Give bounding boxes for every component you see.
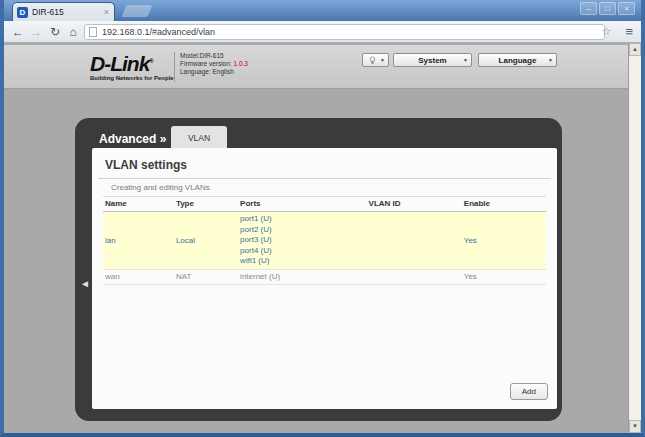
tab-vlan[interactable]: VLAN: [171, 126, 227, 148]
cell-enable: Yes: [462, 269, 546, 285]
lightbulb-icon: [369, 56, 376, 65]
device-header: D-Link® Building Networks for People Mod…: [4, 45, 628, 89]
tab-close-icon[interactable]: ×: [103, 8, 110, 17]
add-button[interactable]: Add: [510, 383, 548, 400]
close-button[interactable]: ×: [618, 2, 635, 15]
system-dropdown-label: System: [418, 56, 446, 65]
minimize-button[interactable]: –: [580, 2, 597, 15]
notifications-dropdown[interactable]: ▼: [362, 53, 389, 67]
scroll-down-icon[interactable]: ▼: [629, 420, 641, 433]
cell-type: NAT: [174, 269, 238, 285]
system-dropdown[interactable]: System ▼: [393, 53, 472, 67]
col-vlan-id: VLAN ID: [367, 197, 462, 212]
hamburger-menu-icon[interactable]: ≡: [625, 24, 633, 39]
divider: [98, 178, 551, 179]
window-controls: – □ ×: [580, 2, 635, 15]
page-title: VLAN settings: [105, 158, 187, 172]
table-header-row: Name Type Ports VLAN ID Enable: [103, 197, 546, 212]
favicon-icon: D: [17, 7, 28, 18]
brand-text: D-Link®: [90, 51, 174, 74]
content-panel: Advanced » VLAN ◄ VLAN settings Creating…: [75, 118, 562, 421]
col-enable: Enable: [462, 197, 546, 212]
language-dropdown[interactable]: Language ▼: [478, 53, 557, 67]
col-ports: Ports: [238, 197, 366, 212]
chevron-down-icon: ▼: [463, 57, 468, 63]
chevron-down-icon: ▼: [548, 57, 553, 63]
language-dropdown-label: Language: [499, 56, 537, 65]
port-link[interactable]: port1 (U): [240, 214, 364, 225]
vlan-settings-panel: VLAN settings Creating and editing VLANs…: [92, 148, 557, 409]
titlebar: D DIR-615 × – □ ×: [0, 0, 645, 21]
firmware-text: Firmware version: 1.0.3: [180, 60, 248, 68]
table-row[interactable]: lanLocalport1 (U)port2 (U)port3 (U)port4…: [103, 212, 546, 270]
col-type: Type: [174, 197, 238, 212]
cell-name[interactable]: lan: [103, 212, 174, 270]
cell-type[interactable]: Local: [174, 212, 238, 270]
model-text: Model:DIR-615: [180, 52, 248, 60]
cell-enable[interactable]: Yes: [462, 212, 546, 270]
brand-tagline: Building Networks for People: [90, 75, 174, 81]
table-row[interactable]: wanNATinternet (U)Yes: [103, 269, 546, 285]
port-link[interactable]: internet (U): [240, 272, 364, 283]
refresh-icon[interactable]: ↻: [47, 24, 63, 40]
page-subtitle: Creating and editing VLANs: [111, 183, 210, 192]
language-text: Language: English: [180, 68, 248, 76]
device-info: Model:DIR-615 Firmware version: 1.0.3 La…: [180, 52, 248, 76]
cell-name: wan: [103, 269, 174, 285]
url-text: 192.168.0.1/#advanced/vlan: [102, 27, 215, 37]
browser-window: D DIR-615 × – □ × ← → ↻ ⌂ 192.168.0.1/#a…: [0, 0, 645, 437]
breadcrumb[interactable]: Advanced »: [99, 132, 166, 146]
firmware-version: 1.0.3: [233, 60, 247, 67]
cell-ports: internet (U): [238, 269, 366, 285]
cell-vlan-id[interactable]: [367, 212, 462, 270]
col-name: Name: [103, 197, 174, 212]
browser-tab[interactable]: D DIR-615 ×: [12, 2, 115, 21]
tab-title: DIR-615: [32, 7, 103, 17]
back-icon[interactable]: ←: [10, 24, 26, 40]
collapse-menu-icon[interactable]: ◄: [80, 278, 90, 289]
scrollbar[interactable]: ▲ ▼: [628, 43, 641, 433]
dlink-logo: D-Link® Building Networks for People: [90, 51, 174, 81]
vlan-table: Name Type Ports VLAN ID Enable lanLocalp…: [103, 196, 546, 285]
router-page: D-Link® Building Networks for People Mod…: [4, 43, 628, 433]
new-tab-button[interactable]: [122, 5, 153, 17]
bookmark-star-icon[interactable]: ☆: [601, 25, 611, 38]
port-link[interactable]: port3 (U): [240, 235, 364, 246]
port-link[interactable]: wifi1 (U): [240, 256, 364, 267]
scroll-up-icon[interactable]: ▲: [629, 43, 641, 56]
port-link[interactable]: port2 (U): [240, 225, 364, 236]
forward-icon[interactable]: →: [28, 24, 44, 40]
header-divider: [174, 52, 175, 82]
chevron-down-icon: ▼: [380, 57, 385, 63]
cell-ports: port1 (U)port2 (U)port3 (U)port4 (U)wifi…: [238, 212, 366, 270]
port-link[interactable]: port4 (U): [240, 246, 364, 257]
vlan-table-body: lanLocalport1 (U)port2 (U)port3 (U)port4…: [103, 212, 546, 285]
browser-toolbar: ← → ↻ ⌂ 192.168.0.1/#advanced/vlan ☆ ≡: [4, 21, 641, 43]
home-icon[interactable]: ⌂: [65, 24, 81, 40]
page-icon: [89, 27, 97, 37]
address-bar[interactable]: 192.168.0.1/#advanced/vlan: [84, 24, 605, 40]
maximize-button[interactable]: □: [599, 2, 616, 15]
cell-vlan-id: [367, 269, 462, 285]
